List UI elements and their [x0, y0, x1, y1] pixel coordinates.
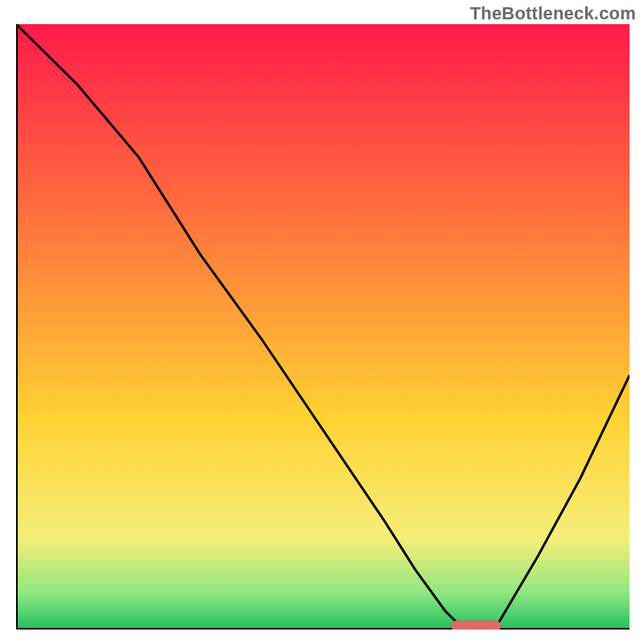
- plot-background: [16, 24, 630, 630]
- bottleneck-chart: [16, 24, 630, 630]
- chart-stage: TheBottleneck.com: [0, 0, 644, 644]
- optimum-marker: [452, 621, 501, 630]
- watermark-label: TheBottleneck.com: [470, 3, 636, 24]
